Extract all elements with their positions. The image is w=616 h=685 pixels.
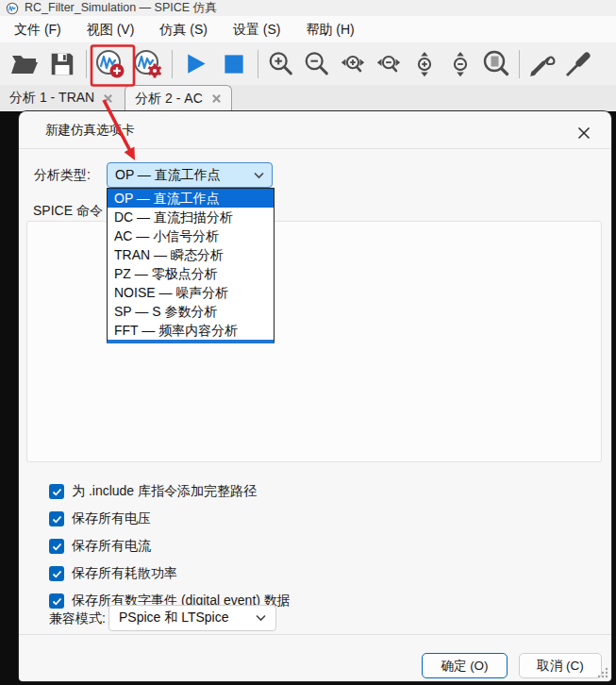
zoom-in-icon — [267, 50, 295, 78]
chevron-down-icon — [254, 172, 264, 179]
checkbox-row-save-voltages[interactable]: 保存所有电压 — [49, 510, 151, 528]
compat-mode-value: PSpice 和 LTSpice — [119, 610, 228, 627]
checkbox-checked[interactable] — [49, 511, 64, 526]
zoom-horizontal-in-button[interactable] — [335, 45, 371, 83]
dialog-footer-separator — [19, 634, 611, 635]
window-title: RC_Filter_Simulation — SPICE 仿真 — [25, 0, 217, 16]
title-bar: RC_Filter_Simulation — SPICE 仿真 — [0, 0, 616, 16]
play-icon — [183, 51, 209, 77]
analysis-type-dropdown: OP — 直流工作点 DC — 直流扫描分析 AC — 小信号分析 TRAN —… — [107, 188, 275, 343]
analysis-type-label: 分析类型: — [34, 162, 91, 188]
menu-bar: 文件 (F) 视图 (V) 仿真 (S) 设置 (S) 帮助 (H) — [0, 16, 616, 42]
simulation-settings-button[interactable] — [129, 45, 167, 83]
tab-analysis-1-tran[interactable]: 分析 1 - TRAN — [0, 85, 123, 111]
dialog-title: 新建仿真选项卡 — [45, 122, 135, 139]
zoom-vertical-in-icon — [410, 50, 439, 78]
zoom-fit-button[interactable] — [478, 45, 514, 83]
analysis-option-fft[interactable]: FFT — 频率内容分析 — [108, 321, 274, 340]
chevron-down-icon — [256, 614, 266, 622]
tab-analysis-2-ac[interactable]: 分析 2 - AC — [125, 85, 232, 111]
analysis-type-combobox[interactable]: OP — 直流工作点 — [107, 162, 273, 188]
checkbox-checked[interactable] — [49, 539, 64, 554]
checkbox-checked[interactable] — [49, 484, 64, 499]
resize-grip[interactable] — [596, 666, 608, 678]
analysis-option-ac[interactable]: AC — 小信号分析 — [108, 226, 274, 245]
new-simulation-button[interactable] — [92, 45, 129, 83]
screwdriver-icon — [563, 49, 593, 79]
app-window: RC_Filter_Simulation — SPICE 仿真 文件 (F) 视… — [0, 0, 616, 685]
check-icon — [52, 569, 62, 579]
app-logo-icon — [6, 2, 19, 15]
menu-simulation[interactable]: 仿真 (S) — [149, 18, 218, 41]
tune-button[interactable] — [560, 45, 596, 83]
tab-label: 分析 1 - TRAN — [9, 90, 94, 107]
zoom-vertical-out-icon — [446, 50, 474, 78]
checkbox-label: 为 .include 库指令添加完整路径 — [72, 483, 257, 500]
checkbox-row-save-power[interactable]: 保存所有耗散功率 — [49, 564, 177, 583]
simulation-settings-icon — [133, 49, 163, 79]
new-simulation-icon — [95, 49, 125, 79]
open-file-button[interactable] — [6, 45, 43, 83]
toolbar-separator — [258, 50, 258, 78]
analysis-option-tran[interactable]: TRAN — 瞬态分析 — [108, 245, 274, 264]
menu-file[interactable]: 文件 (F) — [4, 18, 72, 41]
probe-pen-icon — [527, 49, 558, 79]
checkbox-checked[interactable] — [49, 566, 64, 581]
zoom-vertical-in-button[interactable] — [407, 45, 442, 83]
check-icon — [52, 542, 62, 552]
dialog-header-separator — [19, 148, 611, 149]
toolbar — [0, 42, 616, 85]
probe-button[interactable] — [524, 45, 560, 83]
open-folder-icon — [9, 49, 40, 79]
zoom-out-button[interactable] — [299, 45, 335, 83]
checkbox-row-include-path[interactable]: 为 .include 库指令添加完整路径 — [49, 482, 257, 501]
analysis-tab-bar: 分析 1 - TRAN 分析 2 - AC — [0, 85, 616, 111]
save-icon — [48, 50, 76, 78]
checkbox-label: 保存所有电压 — [72, 510, 151, 527]
tab-label: 分析 2 - AC — [135, 91, 203, 108]
checkbox-row-save-currents[interactable]: 保存所有电流 — [49, 537, 151, 556]
stop-icon — [221, 51, 247, 77]
zoom-vertical-out-button[interactable] — [442, 45, 478, 83]
analysis-option-pz[interactable]: PZ — 零极点分析 — [108, 264, 274, 283]
check-icon — [52, 514, 62, 525]
zoom-in-button[interactable] — [263, 45, 299, 83]
compat-mode-label: 兼容模式: — [49, 605, 106, 631]
menu-view[interactable]: 视图 (V) — [76, 18, 145, 41]
new-simulation-dialog: 新建仿真选项卡 分析类型: OP — 直流工作点 SPICE 命令 OP — 直… — [19, 111, 611, 681]
cancel-button[interactable]: 取消 (C) — [519, 653, 602, 678]
tab-close-icon[interactable] — [103, 93, 113, 104]
menu-help[interactable]: 帮助 (H) — [295, 18, 364, 41]
zoom-horizontal-out-icon — [375, 50, 403, 78]
save-button[interactable] — [43, 45, 81, 83]
zoom-fit-icon — [481, 49, 511, 79]
analysis-option-sp[interactable]: SP — S 参数分析 — [108, 302, 274, 321]
check-icon — [52, 487, 62, 497]
close-icon — [577, 126, 591, 140]
dialog-close-button[interactable] — [570, 119, 598, 147]
toolbar-separator — [172, 50, 173, 78]
spice-command-label: SPICE 命令 — [33, 203, 103, 220]
zoom-out-icon — [303, 50, 331, 78]
compat-mode-select[interactable]: PSpice 和 LTSpice — [108, 605, 276, 631]
analysis-option-noise[interactable]: NOISE — 噪声分析 — [108, 283, 274, 302]
analysis-type-value: OP — 直流工作点 — [115, 167, 221, 184]
run-simulation-button[interactable] — [177, 45, 215, 83]
analysis-option-op[interactable]: OP — 直流工作点 — [108, 189, 274, 208]
stop-simulation-button[interactable] — [215, 45, 253, 83]
toolbar-separator — [86, 50, 87, 78]
toolbar-separator — [519, 50, 520, 78]
zoom-horizontal-out-button[interactable] — [371, 45, 407, 83]
checkbox-label: 保存所有电流 — [72, 538, 151, 555]
analysis-option-dc[interactable]: DC — 直流扫描分析 — [108, 208, 274, 226]
tab-close-icon[interactable] — [211, 93, 222, 104]
ok-button[interactable]: 确定 (O) — [422, 653, 508, 678]
menu-settings[interactable]: 设置 (S) — [223, 18, 291, 41]
zoom-horizontal-in-icon — [339, 50, 367, 78]
checkbox-label: 保存所有耗散功率 — [72, 565, 177, 582]
